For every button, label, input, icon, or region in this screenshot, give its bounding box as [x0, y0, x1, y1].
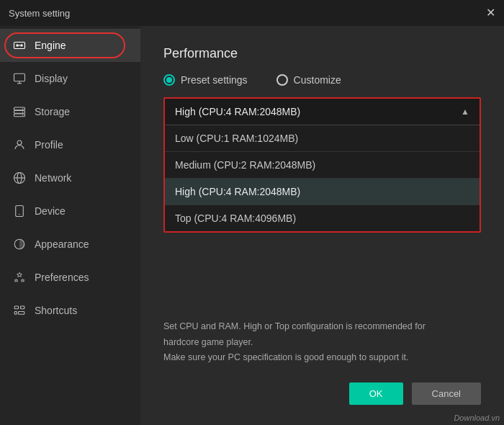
- dropdown-header[interactable]: High (CPU:4 RAM:2048MB) ▲: [165, 99, 480, 125]
- close-button[interactable]: ✕: [486, 7, 495, 19]
- radio-customize-label: Customize: [294, 74, 341, 86]
- dropdown-item-medium[interactable]: Medium (CPU:2 RAM:2048MB): [165, 152, 480, 179]
- sidebar-label-preferences: Preferences: [35, 272, 89, 283]
- sidebar-item-device[interactable]: Device: [0, 194, 140, 228]
- svg-rect-23: [19, 312, 24, 315]
- sidebar-item-preferences[interactable]: Preferences: [0, 261, 140, 294]
- sidebar-label-storage: Storage: [35, 106, 70, 117]
- dropdown-item-low[interactable]: Low (CPU:1 RAM:1024MB): [165, 125, 480, 152]
- preferences-icon: [13, 271, 26, 284]
- section-title: Performance: [163, 46, 481, 61]
- radio-customize[interactable]: Customize: [276, 74, 341, 86]
- sidebar-label-network: Network: [35, 172, 71, 184]
- network-icon: [13, 171, 26, 184]
- description-content: Set CPU and RAM. High or Top configurati…: [163, 321, 426, 362]
- window-title: System setting: [9, 8, 70, 19]
- sidebar-label-profile: Profile: [35, 139, 63, 151]
- svg-point-10: [22, 108, 24, 109]
- svg-point-12: [22, 115, 24, 116]
- dropdown-item-top[interactable]: Top (CPU:4 RAM:4096MB): [165, 205, 480, 231]
- svg-point-11: [22, 112, 24, 113]
- sidebar-item-storage[interactable]: Storage: [0, 95, 140, 128]
- svg-point-13: [17, 140, 22, 145]
- sidebar-label-engine: Engine: [35, 40, 66, 51]
- main-layout: Engine Display Storage Profile: [0, 26, 504, 425]
- radio-preset-label: Preset settings: [181, 74, 248, 86]
- radio-circle-customize: [276, 74, 288, 86]
- description-text: Set CPU and RAM. High or Top configurati…: [163, 319, 481, 365]
- dropdown-list: Low (CPU:1 RAM:1024MB) Medium (CPU:2 RAM…: [165, 125, 480, 231]
- radio-group: Preset settings Customize: [163, 74, 481, 86]
- preset-dropdown[interactable]: High (CPU:4 RAM:2048MB) ▲ Low (CPU:1 RAM…: [163, 97, 481, 233]
- radio-preset[interactable]: Preset settings: [163, 74, 248, 86]
- sidebar-item-shortcuts[interactable]: Shortcuts: [0, 294, 140, 327]
- sidebar-label-appearance: Appearance: [35, 238, 89, 250]
- appearance-icon: [13, 238, 26, 251]
- sidebar-item-display[interactable]: Display: [0, 62, 140, 95]
- sidebar-label-display: Display: [35, 73, 68, 84]
- profile-icon: [13, 138, 26, 151]
- title-bar: System setting ✕: [0, 0, 504, 26]
- footer-buttons: OK Cancel: [163, 382, 481, 405]
- svg-rect-20: [14, 306, 18, 309]
- sidebar-label-device: Device: [35, 205, 66, 217]
- storage-icon: [13, 105, 26, 118]
- svg-rect-4: [14, 73, 25, 81]
- dropdown-selected-label: High (CPU:4 RAM:2048MB): [175, 106, 300, 117]
- content-area: Performance Preset settings Customize Hi…: [140, 26, 504, 425]
- sidebar: Engine Display Storage Profile: [0, 26, 140, 425]
- svg-rect-1: [17, 45, 19, 47]
- sidebar-item-network[interactable]: Network: [0, 161, 140, 194]
- watermark: Download.vn: [454, 413, 500, 422]
- engine-icon: [13, 39, 26, 52]
- sidebar-item-profile[interactable]: Profile: [0, 128, 140, 161]
- svg-rect-21: [21, 306, 24, 309]
- sidebar-item-engine[interactable]: Engine: [0, 29, 140, 62]
- device-icon: [13, 205, 26, 218]
- display-icon: [13, 72, 26, 85]
- svg-rect-22: [14, 312, 17, 315]
- svg-rect-2: [21, 45, 23, 47]
- ok-button[interactable]: OK: [349, 382, 403, 405]
- chevron-up-icon: ▲: [461, 107, 469, 117]
- sidebar-label-shortcuts: Shortcuts: [35, 305, 77, 316]
- shortcuts-icon: [13, 304, 26, 317]
- cancel-button[interactable]: Cancel: [412, 382, 481, 405]
- dropdown-item-high[interactable]: High (CPU:4 RAM:2048MB): [165, 179, 480, 205]
- sidebar-item-appearance[interactable]: Appearance: [0, 228, 140, 261]
- radio-circle-preset: [163, 74, 175, 86]
